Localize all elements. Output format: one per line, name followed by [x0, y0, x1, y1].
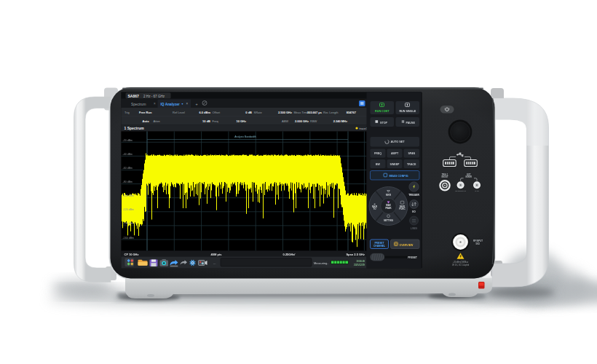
svg-text:834767: 834767	[347, 111, 357, 114]
svg-text:+: +	[196, 102, 198, 106]
svg-text:TRACE: TRACE	[407, 163, 416, 166]
svg-text:SPAN: SPAN	[408, 152, 415, 155]
svg-text:SETTING: SETTING	[384, 219, 394, 222]
svg-text:1 Spectrum: 1 Spectrum	[124, 126, 145, 130]
svg-text:LINES: LINES	[411, 227, 417, 230]
svg-text:-160 dBm: -160 dBm	[123, 237, 135, 240]
svg-text:19:30:09: 19:30:09	[356, 260, 365, 263]
svg-text:Spectrum: Spectrum	[131, 103, 146, 106]
svg-text:303.667 μs: 303.667 μs	[307, 111, 323, 114]
svg-text:I/O: I/O	[412, 210, 416, 213]
svg-text:PRESET: PRESET	[408, 256, 417, 259]
svg-text:Offset: Offset	[213, 111, 221, 114]
svg-text:IN/OUT: IN/OUT	[441, 175, 448, 178]
svg-text:Span 2.5 GHz: Span 2.5 GHz	[346, 253, 365, 256]
svg-text:SA867: SA867	[128, 94, 140, 98]
svg-text:SWEEP: SWEEP	[390, 163, 400, 166]
svg-text:×: ×	[186, 102, 189, 106]
svg-text:-100 dBm: -100 dBm	[123, 194, 135, 197]
svg-text:...: ...	[213, 261, 216, 265]
svg-text:TRIGGER: TRIGGER	[408, 194, 419, 197]
svg-text:6.0 dBm: 6.0 dBm	[199, 111, 210, 114]
svg-text:2 Hz - 67 GHz: 2 Hz - 67 GHz	[143, 95, 165, 98]
svg-text:STOP: STOP	[380, 122, 388, 124]
svg-text:RUN SINGLE: RUN SINGLE	[399, 110, 416, 113]
svg-text:Trig: Trig	[124, 111, 130, 114]
svg-text:MEAS CONFIG: MEAS CONFIG	[390, 175, 408, 178]
svg-text:MKR: MKR	[386, 194, 392, 197]
svg-text:IQ Analyzer: IQ Analyzer	[161, 103, 180, 106]
svg-text:2025/12/29: 2025/12/29	[354, 264, 365, 266]
svg-text:Rec Length: Rec Length	[323, 111, 338, 114]
svg-text:ABW: ABW	[282, 119, 288, 123]
svg-text:RBW: RBW	[310, 119, 317, 123]
svg-text:LO OUT/IF IN: LO OUT/IF IN	[455, 190, 466, 192]
svg-text:-40 dBm: -40 dBm	[123, 153, 133, 156]
svg-text:Analysis Bandwidth: Analysis Bandwidth	[234, 135, 256, 138]
svg-text:+30 dBm(1W)Max: +30 dBm(1W)Max	[453, 261, 469, 264]
svg-text:0.25GHz/: 0.25GHz/	[283, 253, 296, 256]
svg-text:40M pts: 40M pts	[211, 253, 223, 256]
svg-text:OVERVIEW: OVERVIEW	[400, 244, 414, 247]
svg-text:AUTO SET: AUTO SET	[391, 141, 406, 143]
svg-text:-140 dBm: -140 dBm	[123, 222, 135, 225]
svg-text:2.500 GHz: 2.500 GHz	[278, 111, 292, 114]
svg-text:Auto: Auto	[143, 119, 150, 123]
svg-text:TO: TO	[373, 207, 376, 210]
svg-text:Measuring..: Measuring..	[314, 261, 328, 265]
svg-text:IF IN: IF IN	[475, 190, 478, 192]
svg-text:EXT: EXT	[467, 173, 471, 176]
svg-text:-60 dBm: -60 dBm	[123, 167, 133, 170]
svg-text:TRIG 1: TRIG 1	[442, 173, 448, 176]
svg-text:10 dB: 10 dB	[202, 119, 210, 123]
svg-text:CF 10 GHz: CF 10 GHz	[124, 253, 139, 256]
svg-text:FREQ: FREQ	[374, 152, 381, 155]
svg-text:-120 dBm: -120 dBm	[123, 208, 135, 211]
svg-text:50Ω: 50Ω	[476, 242, 481, 245]
svg-text:×: ×	[154, 102, 156, 106]
svg-text:Free Run: Free Run	[139, 111, 152, 114]
svg-text:BW: BW	[376, 163, 381, 166]
svg-text:FUNC: FUNC	[399, 207, 406, 210]
svg-text:2.340 MHz: 2.340 MHz	[333, 119, 347, 123]
svg-text:CHANNEL: CHANNEL	[373, 245, 385, 248]
svg-text:-80 dBm: -80 dBm	[123, 181, 133, 183]
svg-text:MIXER: MIXER	[466, 175, 473, 178]
svg-text:RUN CONT: RUN CONT	[375, 110, 390, 113]
svg-text:PEAK: PEAK	[385, 207, 392, 210]
svg-text:0V DC, DC Coupled: 0V DC, DC Coupled	[452, 264, 470, 266]
svg-text:AMPT: AMPT	[391, 152, 399, 155]
svg-text:PAUSE: PAUSE	[406, 122, 416, 124]
svg-text:Ref Level: Ref Level	[173, 111, 185, 114]
svg-text:SRate: SRate	[254, 111, 263, 114]
svg-text:▾: ▾	[182, 102, 183, 106]
svg-text:0 dB: 0 dB	[245, 111, 252, 114]
svg-text:10 GHz: 10 GHz	[236, 119, 246, 123]
svg-text:Freq: Freq	[213, 119, 218, 123]
svg-text:Atten: Atten	[154, 119, 160, 123]
svg-text:-20 dBm: -20 dBm	[123, 139, 133, 142]
svg-text:2.000 GHz: 2.000 GHz	[295, 119, 309, 123]
